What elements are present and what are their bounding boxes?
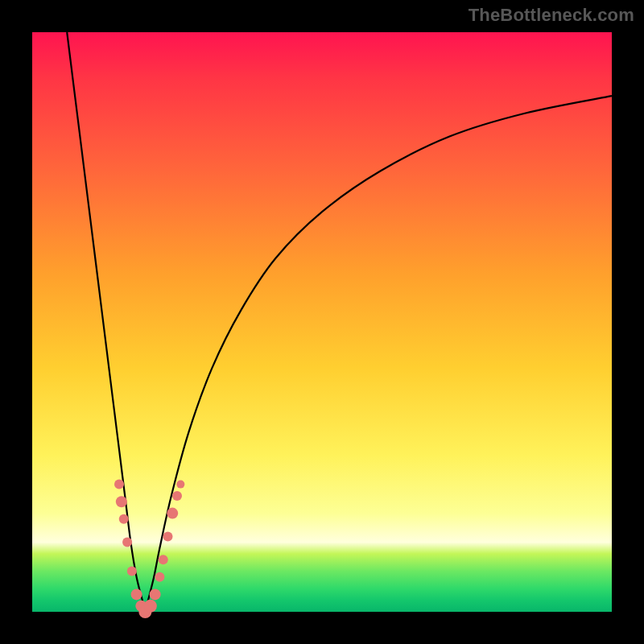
data-marker — [114, 480, 124, 489]
data-marker — [176, 481, 184, 489]
data-marker — [131, 588, 142, 600]
data-marker — [163, 531, 172, 541]
data-marker — [144, 600, 157, 613]
data-marker — [119, 514, 129, 524]
data-marker — [116, 496, 127, 507]
data-marker — [122, 538, 132, 547]
data-marker — [172, 491, 182, 501]
curve-left-branch — [67, 32, 145, 612]
data-marker — [150, 588, 161, 600]
data-marker — [167, 508, 178, 519]
curve-right-branch — [145, 96, 612, 612]
data-marker — [159, 555, 168, 564]
data-marker — [155, 572, 164, 582]
bottleneck-curve — [32, 32, 612, 612]
chart-frame: TheBottleneck.com — [0, 0, 644, 644]
data-marker — [127, 567, 137, 576]
attribution-label: TheBottleneck.com — [469, 5, 634, 26]
